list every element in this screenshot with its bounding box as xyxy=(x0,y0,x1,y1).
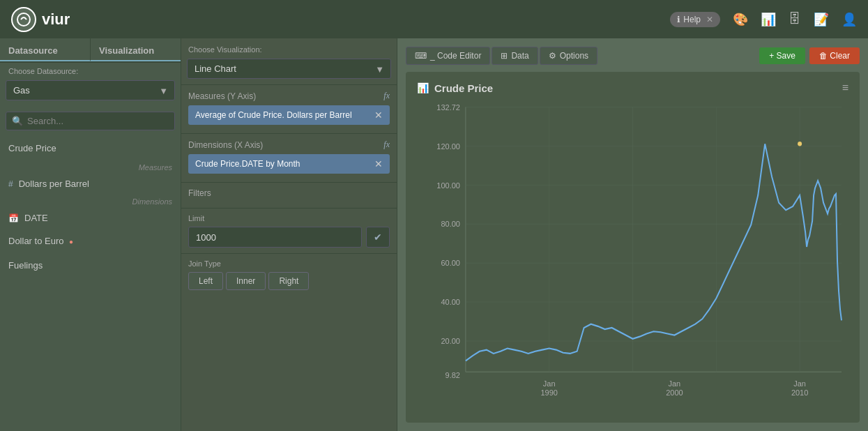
edit-icon[interactable]: 📝 xyxy=(814,12,829,27)
chart-area: 📊 Crude Price ≡ xyxy=(406,72,860,423)
join-type-section: Join Type Left Inner Right xyxy=(181,254,397,296)
data-tab[interactable]: ⊞ Data xyxy=(492,47,538,65)
right-toolbar: ⌨ _ Code Editor ⊞ Data ⚙ Options + Save … xyxy=(406,47,860,65)
svg-text:80.00: 80.00 xyxy=(441,220,459,228)
filters-section: Filters xyxy=(181,183,397,208)
terminal-icon: ⌨ xyxy=(415,51,427,61)
measures-section-label: Measures xyxy=(0,160,181,173)
limit-label: Limit xyxy=(188,214,390,227)
svg-text:Jan: Jan xyxy=(543,379,556,388)
svg-text:Jan: Jan xyxy=(793,379,806,388)
table-icon: ⊞ xyxy=(501,51,508,61)
right-panel: ⌨ _ Code Editor ⊞ Data ⚙ Options + Save … xyxy=(397,38,868,431)
list-item-fuelings[interactable]: Fuelings xyxy=(0,253,181,278)
join-type-label: Join Type xyxy=(188,259,390,272)
fx-icon-dimensions[interactable]: fx xyxy=(383,139,390,150)
brand: viur xyxy=(11,7,70,32)
svg-text:2010: 2010 xyxy=(791,388,808,397)
chart-peak-dot xyxy=(798,142,802,146)
join-left-button[interactable]: Left xyxy=(188,272,223,290)
palette-icon[interactable]: 🎨 xyxy=(733,12,748,27)
dimensions-section: Dimensions (X Axis) fx Crude Price.DATE … xyxy=(181,134,397,182)
measure-chip[interactable]: Average of Crude Price. Dollars per Barr… xyxy=(188,105,390,125)
user-icon[interactable]: 👤 xyxy=(842,12,857,27)
dot-indicator: ● xyxy=(69,238,73,245)
save-button[interactable]: + Save xyxy=(759,47,805,64)
limit-input[interactable] xyxy=(188,227,362,248)
dimension-chip-close[interactable]: ✕ xyxy=(374,159,383,169)
svg-text:40.00: 40.00 xyxy=(441,298,459,306)
dimension-chip-label: Crude Price.DATE by Month xyxy=(195,159,300,169)
middle-panel: Choose Visualization: Line Chart ▼ Measu… xyxy=(181,38,397,431)
svg-text:2000: 2000 xyxy=(666,388,683,397)
filters-title-row: Filters xyxy=(188,188,390,198)
join-inner-button[interactable]: Inner xyxy=(226,272,266,290)
join-buttons-row: Left Inner Right xyxy=(188,272,390,290)
toolbar-actions: + Save 🗑 Clear xyxy=(759,47,860,64)
measure-chip-close[interactable]: ✕ xyxy=(374,110,383,120)
choose-visualization-label: Choose Visualization: xyxy=(181,38,397,56)
fx-icon-measures[interactable]: fx xyxy=(383,91,390,101)
visualization-dropdown-wrapper: Line Chart ▼ xyxy=(187,59,391,79)
bar-chart-mini-icon: 📊 xyxy=(417,82,429,93)
svg-text:Jan: Jan xyxy=(669,379,681,388)
toolbar-tabs: ⌨ _ Code Editor ⊞ Data ⚙ Options xyxy=(406,47,597,65)
svg-text:100.00: 100.00 xyxy=(436,181,460,189)
datasource-header: Datasource xyxy=(0,38,90,61)
svg-text:60.00: 60.00 xyxy=(441,259,459,267)
gear-icon: ⚙ xyxy=(549,51,556,61)
close-icon: ✕ xyxy=(706,15,713,24)
datasource-select[interactable]: Gas xyxy=(6,80,175,100)
panel-headers: Datasource Visualization xyxy=(0,38,181,63)
datasource-dropdown-wrapper: Gas ▼ xyxy=(6,80,175,100)
list-item-dollar-to-euro[interactable]: Dollar to Euro ● xyxy=(0,229,181,253)
dimension-chip[interactable]: Crude Price.DATE by Month ✕ xyxy=(188,154,390,174)
measures-section: Measures (Y Axis) fx Average of Crude Pr… xyxy=(181,85,397,133)
main-layout: Datasource Visualization Choose Datasour… xyxy=(0,38,868,431)
dimensions-section-label: Dimensions xyxy=(0,195,181,207)
limit-input-row: ✔ xyxy=(188,227,390,248)
bar-chart-icon[interactable]: 📊 xyxy=(761,12,776,27)
left-panel: Datasource Visualization Choose Datasour… xyxy=(0,38,181,431)
calendar-icon: 📅 xyxy=(8,213,19,223)
chart-title: 📊 Crude Price xyxy=(417,82,493,94)
chart-svg-wrapper: 132.72 120.00 100.00 80.00 60.00 40.00 2… xyxy=(417,100,848,409)
chart-line xyxy=(466,144,842,361)
search-icon: 🔍 xyxy=(12,116,23,126)
limit-section: Limit ✔ xyxy=(181,209,397,253)
svg-text:1990: 1990 xyxy=(540,388,557,397)
svg-text:132.72: 132.72 xyxy=(436,103,460,111)
brand-logo xyxy=(11,7,36,32)
help-badge[interactable]: ℹ Help ✕ xyxy=(670,12,720,27)
measures-title-row: Measures (Y Axis) fx xyxy=(188,91,390,101)
dimensions-x-axis-label: Dimensions (X Axis) xyxy=(188,140,263,150)
hash-icon: # xyxy=(8,179,13,189)
list-item-dollars-per-barrel[interactable]: # Dollars per Barrel xyxy=(0,173,181,195)
info-icon: ℹ xyxy=(677,15,680,24)
limit-confirm-button[interactable]: ✔ xyxy=(366,227,390,248)
brand-name: viur xyxy=(42,10,70,29)
join-right-button[interactable]: Right xyxy=(268,272,309,290)
visualization-header: Visualization xyxy=(90,38,181,61)
chart-svg: 132.72 120.00 100.00 80.00 60.00 40.00 2… xyxy=(417,100,848,409)
clear-button[interactable]: 🗑 Clear xyxy=(809,47,860,64)
list-item-date[interactable]: 📅 DATE xyxy=(0,207,181,229)
list-item-crude-price[interactable]: Crude Price xyxy=(0,136,181,160)
code-editor-tab[interactable]: ⌨ _ Code Editor xyxy=(406,47,490,65)
help-label: Help xyxy=(683,15,701,24)
navbar: viur ℹ Help ✕ 🎨 📊 🗄 📝 👤 xyxy=(0,0,868,38)
database-icon[interactable]: 🗄 xyxy=(789,12,801,27)
search-input[interactable] xyxy=(27,116,169,126)
svg-point-0 xyxy=(17,13,30,26)
options-tab[interactable]: ⚙ Options xyxy=(540,47,597,65)
chart-menu-icon[interactable]: ≡ xyxy=(842,82,848,94)
navbar-right: ℹ Help ✕ 🎨 📊 🗄 📝 👤 xyxy=(670,12,857,27)
svg-text:20.00: 20.00 xyxy=(441,337,459,345)
visualization-select[interactable]: Line Chart xyxy=(187,59,391,79)
filters-label: Filters xyxy=(188,188,211,198)
choose-datasource-label: Choose Datasource: xyxy=(0,63,181,77)
trash-icon: 🗑 xyxy=(819,51,828,61)
measures-y-axis-label: Measures (Y Axis) xyxy=(188,91,256,101)
svg-text:120.00: 120.00 xyxy=(436,142,460,150)
dimensions-title-row: Dimensions (X Axis) fx xyxy=(188,139,390,150)
